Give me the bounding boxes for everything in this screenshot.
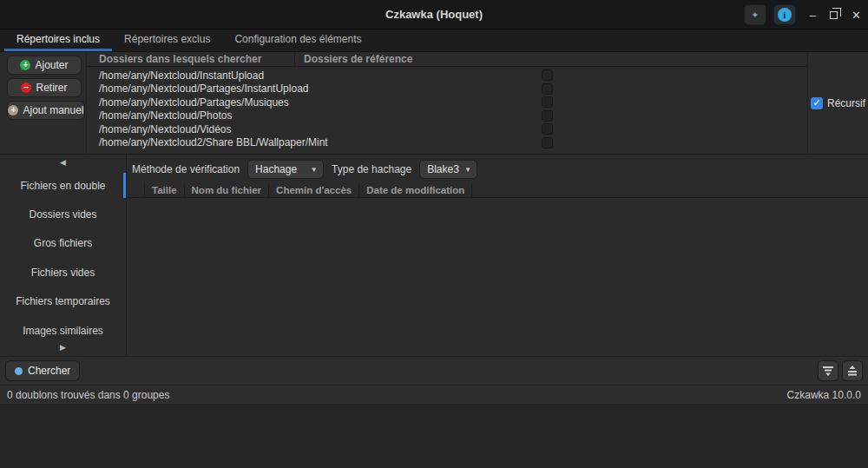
plus-icon: + (8, 105, 18, 115)
collapse-sidebar-button[interactable]: ◀ (0, 155, 126, 171)
sparkle-icon: ✦ (751, 10, 759, 20)
window-controls: – ✕ (810, 10, 861, 21)
results-area: Méthode de vérification Hachage ▾ Type d… (128, 155, 868, 356)
directory-list: Dossiers dans lesquels chercher Dossiers… (87, 52, 807, 154)
restore-icon (830, 11, 838, 19)
remove-directory-button[interactable]: − Retirer (7, 78, 82, 97)
sidebar-item-dossiers-vides[interactable]: Dossiers vides (0, 200, 126, 228)
status-message: 0 doublons trouvés dans 0 groupes (7, 389, 169, 401)
tab-repertoires-inclus[interactable]: Répertoires inclus (4, 30, 112, 51)
add-button-label: Ajouter (35, 59, 68, 71)
column-taille[interactable]: Taille (145, 183, 185, 197)
directory-list-header: Dossiers dans lesquels chercher Dossiers… (87, 52, 807, 67)
search-button-label: Chercher (28, 365, 70, 377)
hash-type-label: Type de hachage (332, 163, 411, 175)
directory-actions: + Ajouter − Retirer + Ajout manuel (0, 52, 87, 154)
verification-toolbar: Méthode de vérification Hachage ▾ Type d… (128, 155, 868, 183)
directory-path: /home/any/Nextcloud/Partages/InstantUplo… (87, 82, 308, 95)
recursive-checkbox[interactable]: ✓ (811, 97, 823, 109)
search-button[interactable]: Chercher (5, 360, 80, 381)
chevron-down-icon: ▾ (466, 165, 470, 174)
chevron-down-icon: ▾ (312, 165, 317, 174)
hash-type-dropdown[interactable]: Blake3 ▾ (419, 160, 477, 179)
bottom-toolbar: Chercher (0, 356, 868, 385)
directory-path: /home/any/Nextcloud/Photos (87, 109, 232, 122)
app-menu-button[interactable]: ✦ (744, 4, 766, 25)
minus-icon: − (21, 82, 31, 93)
directory-path: /home/any/Nextcloud/InstantUpload (87, 69, 264, 82)
directories-panel: + Ajouter − Retirer + Ajout manuel Dossi… (0, 52, 868, 154)
save-results-button[interactable] (842, 360, 863, 381)
manual-add-button-label: Ajout manuel (23, 104, 83, 116)
reference-checkbox[interactable] (542, 137, 553, 148)
directory-list-rows: /home/any/Nextcloud/InstantUpload/home/a… (87, 67, 807, 149)
sort-results-button[interactable] (818, 360, 838, 381)
hash-type-value: Blake3 (427, 163, 459, 175)
add-directory-button[interactable]: + Ajouter (7, 56, 82, 75)
reference-checkbox[interactable] (542, 69, 553, 81)
restore-button[interactable] (830, 10, 838, 21)
manual-add-button[interactable]: + Ajout manuel (7, 101, 85, 120)
recursive-panel: ✓ Récursif (807, 52, 868, 154)
tab-bar: Répertoires inclusRépertoires exclusConf… (0, 30, 868, 52)
save-icon (846, 365, 858, 377)
directory-row[interactable]: /home/any/Nextcloud2/Share BBL/Wallpaper… (87, 136, 807, 150)
status-bar: 0 doublons trouvés dans 0 groupes Czkawk… (0, 385, 868, 404)
window-title: Czkawka (Hoquet) (0, 8, 868, 21)
sidebar-item-gros-fichiers[interactable]: Gros fichiers (0, 229, 126, 258)
expand-more-tools-button[interactable]: ▶ (0, 340, 126, 354)
minimize-button[interactable]: – (810, 10, 816, 21)
column-nom-du-fichier[interactable]: Nom du fichier (185, 183, 270, 197)
check-method-value: Hachage (255, 163, 297, 175)
directory-row[interactable]: /home/any/Nextcloud/InstantUpload (87, 69, 807, 82)
column-date-de-modification[interactable]: Date de modification (359, 183, 472, 197)
chevron-right-icon: ▶ (60, 343, 66, 352)
directory-row[interactable]: /home/any/Nextcloud/Partages/InstantUplo… (87, 82, 807, 96)
column-chemin-d-acces[interactable]: Chemin d'accès (269, 183, 359, 197)
sidebar-item-fichiers-temporaires[interactable]: Fichiers temporaires (0, 287, 126, 316)
about-button[interactable]: i (773, 4, 796, 25)
chevron-left-icon: ◀ (60, 158, 66, 167)
check-method-dropdown[interactable]: Hachage ▾ (247, 160, 324, 179)
column-reference-directories[interactable]: Dossiers de référence (295, 52, 807, 66)
method-label: Méthode de vérification (132, 163, 240, 175)
titlebar-buttons: ✦ i – ✕ (744, 0, 861, 30)
directory-row[interactable]: /home/any/Nextcloud/Photos (87, 109, 807, 123)
reference-checkbox[interactable] (542, 110, 553, 122)
column-spacer (472, 183, 868, 197)
directory-path: /home/any/Nextcloud2/Share BBL/Wallpaper… (87, 136, 328, 148)
column-select (128, 183, 145, 197)
tab-configuration-des-elements[interactable]: Configuration des éléments (222, 30, 373, 51)
directory-row[interactable]: /home/any/Nextcloud/Partages/Musiques (87, 96, 807, 109)
remove-button-label: Retirer (36, 82, 67, 94)
info-icon: i (778, 8, 792, 22)
directory-path: /home/any/Nextcloud/Vidéos (87, 123, 232, 135)
reference-checkbox[interactable] (542, 123, 553, 135)
directory-path: /home/any/Nextcloud/Partages/Musiques (87, 96, 289, 109)
tool-sidebar: ◀ Fichiers en doubleDossiers videsGros f… (0, 155, 127, 356)
close-button[interactable]: ✕ (852, 10, 861, 21)
check-icon: ✓ (812, 97, 820, 109)
tab-repertoires-exclus[interactable]: Répertoires exclus (112, 30, 222, 51)
recursive-label: Récursif (827, 97, 865, 109)
bottom-right-buttons (818, 360, 863, 381)
reference-checkbox[interactable] (542, 96, 553, 108)
directory-row[interactable]: /home/any/Nextcloud/Vidéos (87, 122, 807, 136)
plus-icon: + (20, 60, 30, 70)
empty-area (0, 404, 868, 468)
reference-checkbox[interactable] (542, 83, 553, 95)
sort-descending-icon (822, 365, 834, 377)
titlebar: Czkawka (Hoquet) ✦ i – ✕ (0, 0, 868, 30)
column-search-directories[interactable]: Dossiers dans lesquels chercher (87, 52, 295, 66)
app-window: Czkawka (Hoquet) ✦ i – ✕ Répertoires inc… (0, 0, 868, 468)
main-section: ◀ Fichiers en doubleDossiers videsGros f… (0, 154, 868, 356)
sidebar-item-fichiers-en-double[interactable]: Fichiers en double (0, 171, 126, 200)
search-icon (15, 367, 23, 375)
sidebar-item-fichiers-vides[interactable]: Fichiers vides (0, 258, 126, 287)
results-table-header: TailleNom du fichierChemin d'accèsDate d… (128, 183, 868, 198)
app-version: Czkawka 10.0.0 (787, 389, 861, 401)
sidebar-items: Fichiers en doubleDossiers videsGros fic… (0, 171, 126, 345)
